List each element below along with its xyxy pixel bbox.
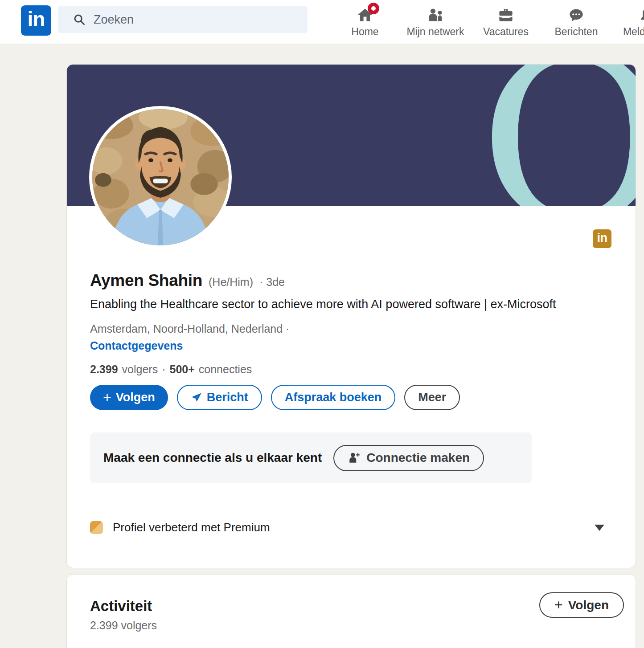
premium-text: Profiel verbeterd met Premium bbox=[113, 521, 585, 534]
nav-item-jobs[interactable]: Vacatures bbox=[471, 0, 541, 44]
message-button[interactable]: Bericht bbox=[177, 385, 262, 410]
search-input[interactable] bbox=[94, 13, 290, 27]
connect-prompt: Maak een connectie als u elkaar kent Con… bbox=[90, 432, 532, 483]
followers-connections: 2.399 volgers · 500+ connecties bbox=[90, 363, 612, 376]
connection-degree: · 3de bbox=[259, 276, 285, 289]
activity-followers: 2.399 volgers bbox=[90, 619, 612, 632]
connections-label[interactable]: connecties bbox=[199, 363, 252, 376]
nav-item-label: Meldingen bbox=[623, 26, 644, 38]
profile-photo[interactable] bbox=[89, 106, 232, 249]
linkedin-logo[interactable]: in bbox=[21, 5, 51, 36]
book-appointment-button[interactable]: Afspraak boeken bbox=[271, 385, 396, 410]
activity-title: Activiteit bbox=[90, 598, 612, 615]
action-buttons: + Volgen Bericht Afspraak boeken Meer bbox=[90, 385, 612, 410]
nav-item-network[interactable]: Mijn netwerk bbox=[400, 0, 471, 44]
more-button[interactable]: Meer bbox=[404, 385, 460, 410]
profile-name: Aymen Shahin bbox=[90, 271, 202, 290]
messages-icon bbox=[568, 6, 584, 24]
nav-item-notifications[interactable]: Meldingen bbox=[611, 0, 644, 44]
nav-item-label: Berichten bbox=[554, 26, 598, 38]
connect-prompt-text: Maak een connectie als u elkaar kent bbox=[103, 451, 322, 465]
connect-button[interactable]: Connectie maken bbox=[333, 445, 484, 471]
chevron-down-icon[interactable] bbox=[595, 525, 604, 531]
activity-follow-button[interactable]: + Volgen bbox=[539, 592, 624, 618]
send-icon bbox=[191, 392, 202, 403]
notification-dot bbox=[368, 3, 379, 14]
search-bar[interactable] bbox=[58, 6, 308, 33]
person-add-icon bbox=[348, 451, 361, 465]
dot-separator: · bbox=[162, 363, 165, 376]
nav-item-label: Home bbox=[351, 26, 378, 38]
contact-info-link[interactable]: Contactgegevens bbox=[90, 339, 183, 352]
nav-items: Home Mijn netwerk Vacatures Berichten Me… bbox=[330, 0, 644, 44]
profile-pronouns: (He/Him) bbox=[209, 276, 253, 289]
top-navigation-bar: in Home Mijn netwerk Vacatures bbox=[0, 0, 644, 44]
briefcase-icon bbox=[498, 6, 514, 24]
bell-icon bbox=[639, 6, 644, 24]
home-icon bbox=[357, 6, 373, 24]
premium-section[interactable]: Profiel verbeterd met Premium bbox=[67, 503, 636, 552]
network-icon bbox=[427, 6, 444, 24]
nav-item-home[interactable]: Home bbox=[330, 0, 400, 44]
followers-label: volgers bbox=[122, 363, 158, 376]
profile-card: Q in bbox=[67, 65, 636, 568]
profile-info: Aymen Shahin (He/Him) · 3de Enabling the… bbox=[67, 271, 636, 483]
linkedin-premium-gold-icon: in bbox=[593, 229, 611, 248]
nav-item-messaging[interactable]: Berichten bbox=[541, 0, 611, 44]
profile-location: Amsterdam, Noord-Holland, Nederland · bbox=[90, 322, 612, 335]
followers-count: 2.399 bbox=[90, 363, 118, 376]
search-icon bbox=[73, 13, 86, 26]
activity-card: Activiteit 2.399 volgers + Volgen bbox=[67, 575, 636, 648]
company-q-logo: Q bbox=[479, 65, 636, 206]
premium-gold-square-icon bbox=[90, 521, 103, 534]
nav-item-label: Vacatures bbox=[483, 26, 529, 38]
profile-headline: Enabling the Healthcare sector to achiev… bbox=[90, 296, 603, 313]
follow-button[interactable]: + Volgen bbox=[90, 385, 168, 410]
connections-count[interactable]: 500+ bbox=[169, 363, 194, 376]
nav-item-label: Mijn netwerk bbox=[406, 26, 464, 38]
